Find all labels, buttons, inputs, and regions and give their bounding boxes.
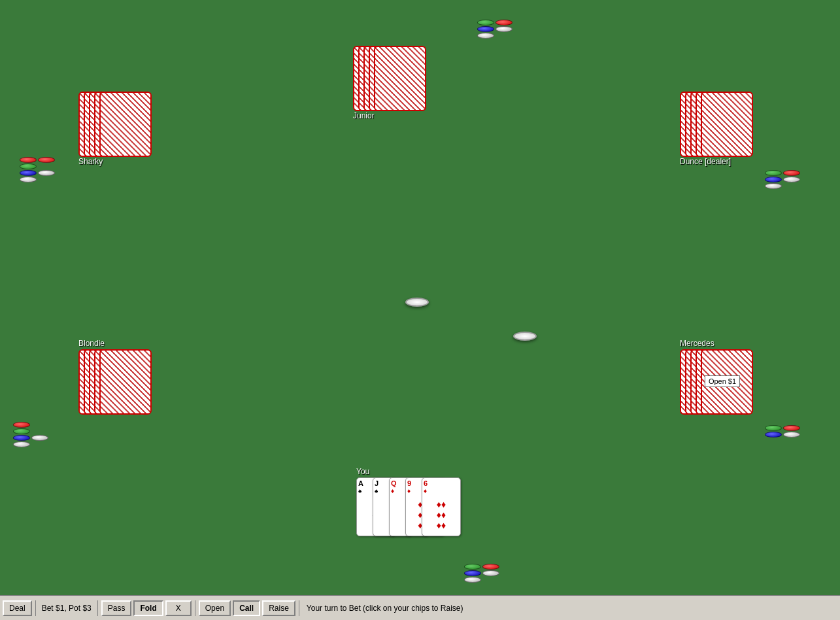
call-button[interactable]: Call — [233, 600, 260, 616]
blondie-cards — [78, 349, 157, 415]
dunce-name: Dunce [dealer] — [680, 157, 731, 166]
sep-1 — [35, 600, 36, 616]
mercedes-name: Mercedes — [680, 339, 714, 348]
sharky-name: Sharky — [78, 157, 103, 166]
junior-cards — [353, 46, 431, 111]
raise-button[interactable]: Raise — [262, 600, 295, 616]
player-mercedes: Mercedes Open $1 — [680, 339, 765, 421]
fold-button[interactable]: Fold — [133, 600, 163, 616]
card-6-diamonds[interactable]: 6 ♦ ♦♦♦♦♦♦ — [422, 477, 461, 536]
status-text: Your turn to Bet (click on your chips to… — [307, 604, 463, 613]
x-button[interactable]: X — [165, 600, 192, 616]
junior-name: Junior — [353, 111, 375, 120]
pass-button[interactable]: Pass — [101, 600, 132, 616]
you-hand: A ♠ ♠ J ♠ ♠ Q ♦ ♦ 9 ♦ ♦♦♦♦♦♦♦♦♦ — [356, 477, 461, 549]
junior-chips — [477, 20, 512, 39]
player-blondie: Blondie — [78, 339, 157, 415]
player-dunce: Dunce [dealer] — [680, 92, 758, 167]
mercedes-chips — [765, 425, 800, 438]
sep-2 — [97, 600, 98, 616]
player-junior: Junior — [353, 46, 431, 122]
sep-4 — [299, 600, 299, 616]
you-chips[interactable] — [464, 564, 499, 583]
open-button[interactable]: Open — [199, 600, 231, 616]
blondie-name: Blondie — [78, 339, 105, 348]
you-name: You — [356, 467, 369, 476]
pot-chip-2 — [513, 332, 537, 341]
game-table: Junior Sharky — [0, 0, 840, 595]
bet-info: Bet $1, Pot $3 — [39, 602, 94, 614]
sharky-cards — [78, 92, 157, 157]
mercedes-action-label: Open $1 — [705, 375, 740, 387]
blondie-chips — [13, 422, 48, 447]
player-sharky: Sharky — [78, 92, 157, 167]
toolbar: Deal Bet $1, Pot $3 Pass Fold X Open Cal… — [0, 595, 840, 620]
dunce-chips — [765, 170, 800, 189]
deal-button[interactable]: Deal — [3, 600, 32, 616]
mercedes-cards: Open $1 — [680, 349, 765, 421]
player-you: You A ♠ ♠ J ♠ ♠ Q ♦ ♦ 9 ♦ — [356, 467, 461, 549]
sharky-chips — [20, 157, 55, 182]
pot-chip-1 — [405, 298, 429, 307]
sep-3 — [195, 600, 195, 616]
dunce-cards — [680, 92, 758, 157]
